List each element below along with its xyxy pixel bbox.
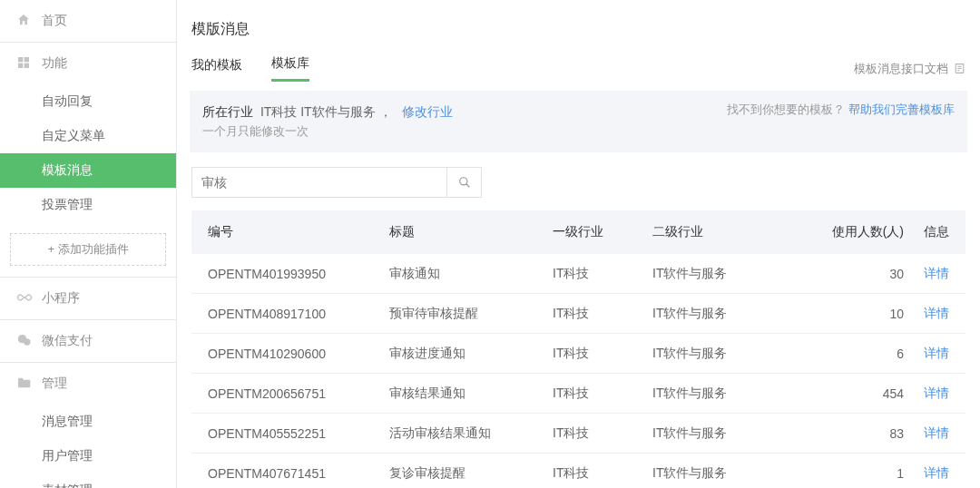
page-title: 模版消息 xyxy=(188,0,969,55)
industry-subtext: 一个月只能修改一次 xyxy=(202,122,453,142)
svg-rect-3 xyxy=(24,63,29,68)
table-row: OPENTM410290600审核进度通知IT科技IT软件与服务6详情 xyxy=(191,334,965,374)
cell-l2: IT软件与服务 xyxy=(652,425,789,442)
home-icon xyxy=(16,13,33,29)
col-id: 编号 xyxy=(208,224,389,240)
cell-id: OPENTM407671451 xyxy=(208,466,389,481)
search-row xyxy=(188,152,969,210)
cell-l1: IT科技 xyxy=(553,346,652,362)
cell-use: 1 xyxy=(795,466,904,481)
search-icon xyxy=(458,176,471,189)
detail-link[interactable]: 详情 xyxy=(924,465,949,480)
sidebar-group-wechat[interactable]: 微信支付 xyxy=(0,320,176,362)
sidebar-item[interactable]: 投票管理 xyxy=(0,188,176,222)
doc-icon xyxy=(954,63,965,74)
sidebar-group-grid: 功能 xyxy=(0,43,176,84)
grid-icon xyxy=(16,55,33,72)
svg-rect-1 xyxy=(24,57,29,62)
tab-my-templates[interactable]: 我的模板 xyxy=(191,57,242,81)
help-prefix: 找不到你想要的模板？ xyxy=(727,102,845,116)
help-link[interactable]: 帮助我们完善模板库 xyxy=(848,102,955,116)
cell-title: 预审待审核提醒 xyxy=(389,306,553,322)
cell-title: 活动审核结果通知 xyxy=(389,425,553,442)
svg-point-5 xyxy=(24,338,30,345)
cell-l2: IT软件与服务 xyxy=(652,386,789,402)
cell-l1: IT科技 xyxy=(553,306,652,322)
tab-template-library[interactable]: 模板库 xyxy=(271,55,309,82)
cell-use: 30 xyxy=(795,267,904,281)
cell-use: 6 xyxy=(795,346,904,361)
sidebar-item[interactable]: 模板消息 xyxy=(0,153,176,188)
sidebar-item[interactable]: 素材管理 xyxy=(0,473,176,488)
sidebar-item[interactable]: 自动回复 xyxy=(0,84,176,119)
cell-l2: IT软件与服务 xyxy=(652,465,789,482)
table-row: OPENTM200656751审核结果通知IT科技IT软件与服务454详情 xyxy=(191,374,965,414)
cell-l2: IT软件与服务 xyxy=(652,346,789,362)
wechat-icon xyxy=(16,333,33,349)
svg-line-11 xyxy=(466,184,469,188)
sidebar-item[interactable]: 自定义菜单 xyxy=(0,119,176,153)
col-l2: 二级行业 xyxy=(652,224,789,240)
table-row: OPENTM405552251活动审核结果通知IT科技IT软件与服务83详情 xyxy=(191,414,965,454)
detail-link[interactable]: 详情 xyxy=(924,306,949,320)
cell-id: OPENTM200656751 xyxy=(208,386,389,401)
cell-l1: IT科技 xyxy=(553,465,652,482)
cell-title: 审核通知 xyxy=(389,266,553,282)
cell-id: OPENTM410290600 xyxy=(208,346,389,361)
col-title: 标题 xyxy=(389,224,553,240)
sidebar-group-folder: 管理 xyxy=(0,363,176,405)
cell-l2: IT软件与服务 xyxy=(652,306,789,322)
industry-label: 所在行业 xyxy=(202,104,253,119)
sidebar-item[interactable]: 消息管理 xyxy=(0,405,176,439)
search-button[interactable] xyxy=(446,168,481,197)
cell-l1: IT科技 xyxy=(553,386,652,402)
detail-link[interactable]: 详情 xyxy=(924,346,949,360)
sidebar-group-label: 首页 xyxy=(42,13,67,29)
table-row: OPENTM401993950审核通知IT科技IT软件与服务30详情 xyxy=(191,254,965,294)
cell-title: 审核结果通知 xyxy=(389,386,553,402)
sidebar-group-infinity[interactable]: 小程序 xyxy=(0,278,176,319)
change-industry-link[interactable]: 修改行业 xyxy=(402,104,453,119)
detail-link[interactable]: 详情 xyxy=(924,386,949,400)
main-content: 模版消息 我的模板 模板库 模板消息接口文档 所在行业 IT科技 IT软件与服务… xyxy=(177,0,980,488)
tabs: 我的模板 模板库 模板消息接口文档 xyxy=(188,55,969,91)
sidebar-group-label: 功能 xyxy=(42,55,67,72)
cell-id: OPENTM401993950 xyxy=(208,267,389,281)
svg-point-10 xyxy=(459,178,466,185)
col-use: 使用人数(人) xyxy=(795,224,904,240)
cell-id: OPENTM405552251 xyxy=(208,426,389,441)
table-header: 编号 标题 一级行业 二级行业 使用人数(人) 信息 xyxy=(191,210,965,254)
cell-use: 454 xyxy=(795,386,904,401)
cell-title: 审核进度通知 xyxy=(389,346,553,362)
sidebar-item[interactable]: 用户管理 xyxy=(0,439,176,473)
cell-title: 复诊审核提醒 xyxy=(389,465,553,482)
cell-l1: IT科技 xyxy=(553,266,652,282)
cell-l2: IT软件与服务 xyxy=(652,266,789,282)
col-info: 信息 xyxy=(904,224,949,240)
svg-rect-2 xyxy=(18,63,23,68)
infinity-icon xyxy=(16,290,33,307)
detail-link[interactable]: 详情 xyxy=(924,266,949,280)
cell-id: OPENTM408917100 xyxy=(208,307,389,321)
sidebar-group-label: 小程序 xyxy=(42,290,80,307)
cell-use: 83 xyxy=(795,426,904,441)
sidebar-group-label: 微信支付 xyxy=(42,333,93,349)
col-l1: 一级行业 xyxy=(553,224,652,240)
cell-use: 10 xyxy=(795,307,904,321)
info-bar: 所在行业 IT科技 IT软件与服务 ， 修改行业 一个月只能修改一次 找不到你想… xyxy=(190,91,967,152)
add-plugin-button[interactable]: + 添加功能插件 xyxy=(10,233,166,266)
industry-value: IT科技 IT软件与服务 ， xyxy=(260,104,392,119)
cell-l1: IT科技 xyxy=(553,425,652,442)
search-input[interactable] xyxy=(192,168,446,197)
detail-link[interactable]: 详情 xyxy=(924,425,949,440)
sidebar-group-label: 管理 xyxy=(42,376,67,392)
table-row: OPENTM408917100预审待审核提醒IT科技IT软件与服务10详情 xyxy=(191,294,965,334)
folder-icon xyxy=(16,376,33,392)
doc-link[interactable]: 模板消息接口文档 xyxy=(854,61,965,77)
sidebar: 首页功能自动回复自定义菜单模板消息投票管理+ 添加功能插件小程序微信支付管理消息… xyxy=(0,0,177,488)
table: 编号 标题 一级行业 二级行业 使用人数(人) 信息 OPENTM4019939… xyxy=(191,210,965,488)
sidebar-group-home[interactable]: 首页 xyxy=(0,0,176,42)
svg-rect-0 xyxy=(18,57,23,62)
table-row: OPENTM407671451复诊审核提醒IT科技IT软件与服务1详情 xyxy=(191,454,965,488)
